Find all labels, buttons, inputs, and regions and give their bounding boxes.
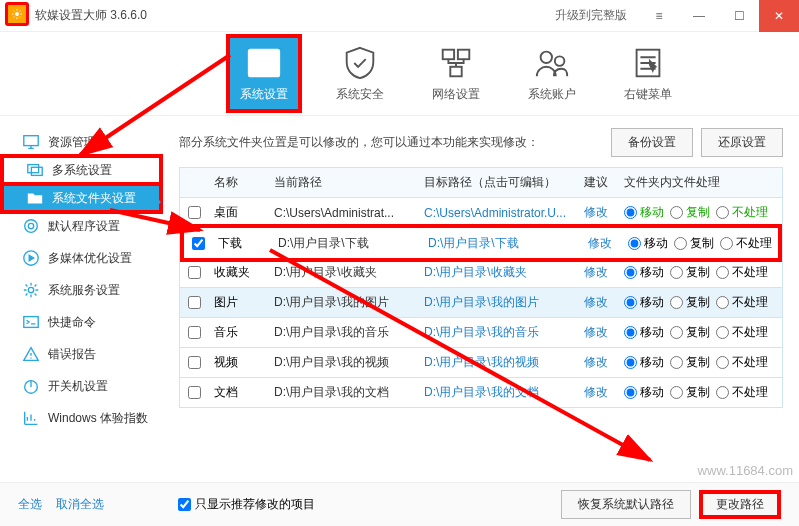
svg-rect-10 xyxy=(28,165,39,173)
radio-move[interactable]: 移动 xyxy=(628,235,668,252)
row-current-path: D:\用户目录\我的视频 xyxy=(268,354,418,371)
radio-move[interactable]: 移动 xyxy=(624,264,664,281)
row-checkbox[interactable] xyxy=(192,237,205,250)
minimize-button[interactable]: — xyxy=(679,0,719,32)
radio-move[interactable]: 移动 xyxy=(624,294,664,311)
row-name: 视频 xyxy=(208,354,268,371)
tab-network-settings[interactable]: 网络设置 xyxy=(422,38,490,109)
upgrade-link[interactable]: 升级到完整版 xyxy=(555,7,627,24)
row-target-path[interactable]: D:\用户目录\我的音乐 xyxy=(418,324,578,341)
sidebar: 资源管理器 多系统设置 系统文件夹设置 默认程序设置 多媒体优化设置 系统服务设… xyxy=(0,116,163,474)
only-recommended-input[interactable] xyxy=(178,498,191,511)
table-row[interactable]: 文档D:\用户目录\我的文档D:\用户目录\我的文档修改 移动 复制 不处理 xyxy=(180,378,782,408)
select-all-link[interactable]: 全选 xyxy=(18,496,42,513)
tab-system-accounts[interactable]: 系统账户 xyxy=(518,38,586,109)
tab-system-security[interactable]: 系统安全 xyxy=(326,38,394,109)
col-name: 名称 xyxy=(208,174,268,191)
radio-none[interactable]: 不处理 xyxy=(716,264,768,281)
footer-bar: 全选 取消全选 只显示推荐修改的项目 恢复系统默认路径 更改路径 xyxy=(0,482,799,526)
radio-copy[interactable]: 复制 xyxy=(670,264,710,281)
reset-paths-button[interactable]: 恢复系统默认路径 xyxy=(561,490,691,519)
sidebar-item-quick-commands[interactable]: 快捷命令 xyxy=(0,306,163,338)
svg-point-0 xyxy=(15,12,19,16)
svg-rect-11 xyxy=(31,167,42,175)
radio-copy[interactable]: 复制 xyxy=(670,204,710,221)
radio-move[interactable]: 移动 xyxy=(624,204,664,221)
row-checkbox[interactable] xyxy=(188,206,201,219)
svg-point-6 xyxy=(541,52,552,63)
sidebar-item-wei[interactable]: Windows 体验指数 xyxy=(0,402,163,434)
row-target-path[interactable]: D:\用户目录\我的文档 xyxy=(418,384,578,401)
row-target-path[interactable]: D:\用户目录\下载 xyxy=(422,235,582,252)
col-suggest: 建议 xyxy=(578,174,618,191)
radio-none[interactable]: 不处理 xyxy=(716,384,768,401)
radio-copy[interactable]: 复制 xyxy=(670,294,710,311)
backup-button[interactable]: 备份设置 xyxy=(611,128,693,157)
svg-point-15 xyxy=(28,287,33,292)
table-row[interactable]: 音乐D:\用户目录\我的音乐D:\用户目录\我的音乐修改 移动 复制 不处理 xyxy=(180,318,782,348)
row-operations: 移动 复制 不处理 xyxy=(618,354,782,371)
table-row[interactable]: 视频D:\用户目录\我的视频D:\用户目录\我的视频修改 移动 复制 不处理 xyxy=(180,348,782,378)
row-target-path[interactable]: D:\用户目录\我的视频 xyxy=(418,354,578,371)
restore-button[interactable]: 还原设置 xyxy=(701,128,783,157)
table-row[interactable]: 下载D:\用户目录\下载D:\用户目录\下载修改 移动 复制 不处理 xyxy=(180,224,782,262)
sidebar-item-media[interactable]: 多媒体优化设置 xyxy=(0,242,163,274)
radio-move[interactable]: 移动 xyxy=(624,384,664,401)
sidebar-item-label: 错误报告 xyxy=(48,346,96,363)
row-current-path: D:\用户目录\我的音乐 xyxy=(268,324,418,341)
content-panel: 部分系统文件夹位置是可以修改的，您可以通过本功能来实现修改： 备份设置 还原设置… xyxy=(163,116,799,474)
radio-none[interactable]: 不处理 xyxy=(716,324,768,341)
radio-move[interactable]: 移动 xyxy=(624,324,664,341)
svg-point-13 xyxy=(28,223,33,228)
radio-copy[interactable]: 复制 xyxy=(674,235,714,252)
row-target-path[interactable]: D:\用户目录\收藏夹 xyxy=(418,264,578,281)
tab-context-menu[interactable]: 右键菜单 xyxy=(614,38,682,109)
radio-copy[interactable]: 复制 xyxy=(670,354,710,371)
row-checkbox[interactable] xyxy=(188,326,201,339)
sidebar-item-default-programs[interactable]: 默认程序设置 xyxy=(0,210,163,242)
sidebar-item-label: Windows 体验指数 xyxy=(48,410,148,427)
menu-button[interactable]: ≡ xyxy=(639,0,679,32)
sidebar-item-system-folders[interactable]: 系统文件夹设置 xyxy=(0,182,163,214)
terminal-icon xyxy=(22,313,40,331)
col-target: 目标路径（点击可编辑） xyxy=(418,174,578,191)
radio-none[interactable]: 不处理 xyxy=(716,294,768,311)
deselect-all-link[interactable]: 取消全选 xyxy=(56,496,104,513)
row-name: 下载 xyxy=(212,235,272,252)
row-operations: 移动 复制 不处理 xyxy=(618,264,782,281)
close-button[interactable]: ✕ xyxy=(759,0,799,32)
sidebar-item-label: 多媒体优化设置 xyxy=(48,250,132,267)
context-menu-icon xyxy=(629,44,667,82)
row-target-path[interactable]: D:\用户目录\我的图片 xyxy=(418,294,578,311)
monitor-icon xyxy=(22,133,40,151)
tab-system-settings[interactable]: 系统设置 xyxy=(226,34,302,113)
sidebar-item-label: 系统文件夹设置 xyxy=(52,190,136,207)
row-checkbox[interactable] xyxy=(188,386,201,399)
radio-copy[interactable]: 复制 xyxy=(670,384,710,401)
radio-none[interactable]: 不处理 xyxy=(716,204,768,221)
table-row[interactable]: 收藏夹D:\用户目录\收藏夹D:\用户目录\收藏夹修改 移动 复制 不处理 xyxy=(180,258,782,288)
only-recommended-checkbox[interactable]: 只显示推荐修改的项目 xyxy=(178,496,315,513)
sidebar-item-services[interactable]: 系统服务设置 xyxy=(0,274,163,306)
sidebar-item-label: 资源管理器 xyxy=(48,134,108,151)
radio-none[interactable]: 不处理 xyxy=(720,235,772,252)
row-suggestion: 修改 xyxy=(578,204,618,221)
row-checkbox[interactable] xyxy=(188,356,201,369)
sidebar-item-label: 默认程序设置 xyxy=(48,218,120,235)
table-row[interactable]: 图片D:\用户目录\我的图片D:\用户目录\我的图片修改 移动 复制 不处理 xyxy=(180,288,782,318)
radio-copy[interactable]: 复制 xyxy=(670,324,710,341)
row-name: 文档 xyxy=(208,384,268,401)
sidebar-item-power[interactable]: 开关机设置 xyxy=(0,370,163,402)
maximize-button[interactable]: ☐ xyxy=(719,0,759,32)
radio-move[interactable]: 移动 xyxy=(624,354,664,371)
folders-table: 名称 当前路径 目标路径（点击可编辑） 建议 文件夹内文件处理 桌面C:\Use… xyxy=(179,167,783,408)
tab-label: 系统设置 xyxy=(240,86,288,103)
radio-none[interactable]: 不处理 xyxy=(716,354,768,371)
row-target-path[interactable]: C:\Users\Administrator.U... xyxy=(418,206,578,220)
row-checkbox[interactable] xyxy=(188,266,201,279)
change-path-button[interactable]: 更改路径 xyxy=(699,490,781,519)
sidebar-item-error-report[interactable]: 错误报告 xyxy=(0,338,163,370)
main-toolbar: 系统设置 系统安全 网络设置 系统账户 右键菜单 xyxy=(0,32,799,116)
row-checkbox[interactable] xyxy=(188,296,201,309)
window-title: 软媒设置大师 3.6.6.0 xyxy=(35,7,147,24)
